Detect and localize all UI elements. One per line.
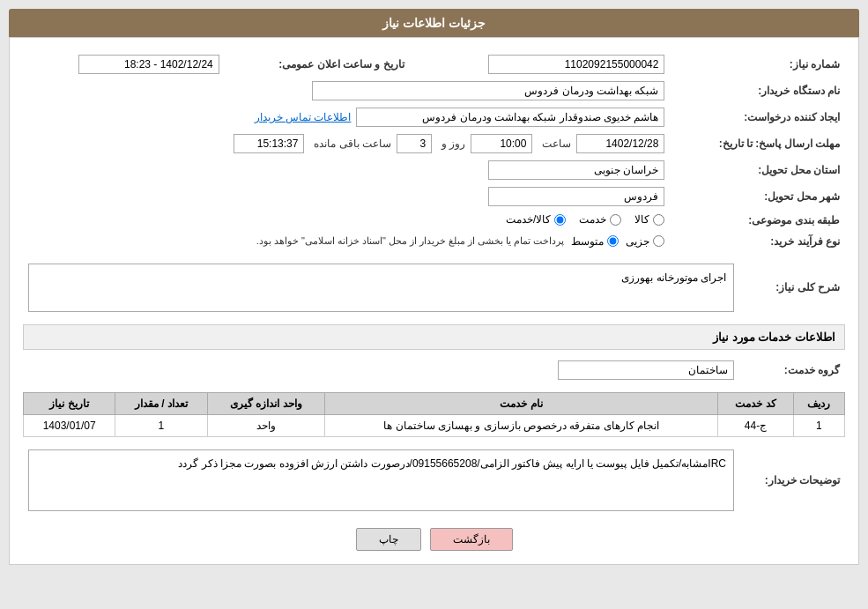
radio-jozi-item: جزیی [626, 235, 664, 248]
deadline-time: 10:00 [471, 134, 532, 153]
col-header-row: ردیف [793, 392, 844, 414]
row-unit: واحد [207, 414, 325, 436]
row-code: ج-44 [718, 414, 794, 436]
need-number-label: شماره نیاز: [670, 51, 845, 78]
main-content: شماره نیاز: 1102092155000042 تاریخ و ساع… [9, 37, 859, 565]
deadline-remaining: 15:13:37 [234, 134, 304, 153]
page-container: جزئیات اطلاعات نیاز شماره نیاز: 11020921… [0, 0, 868, 574]
province-input: خراسان جنوبی [488, 160, 664, 180]
buyer-desc-box: IRCمشابه/تکمیل فایل پیوست یا ارایه پیش ف… [28, 449, 734, 511]
need-desc-cell: اجرای موتورخانه بهورزی [23, 260, 739, 316]
print-button[interactable]: چاپ [356, 528, 421, 551]
service-group-cell: ساختمان [23, 357, 739, 383]
purchase-note: پرداخت تمام یا بخشی از مبلغ خریدار از مح… [256, 235, 565, 247]
row-qty: 1 [115, 414, 207, 436]
button-row: بازگشت چاپ [23, 528, 845, 551]
services-section-header: اطلاعات خدمات مورد نیاز [23, 324, 845, 350]
info-section: شماره نیاز: 1102092155000042 تاریخ و ساع… [23, 51, 845, 251]
radio-khedmat-item: خدمت [579, 213, 621, 226]
need-desc-value: اجرای موتورخانه بهورزی [621, 271, 726, 284]
requester-label: ایجاد کننده درخواست: [670, 104, 845, 130]
services-table: ردیف کد خدمت نام خدمت واحد اندازه گیری ت… [23, 392, 845, 437]
col-header-qty: تعداد / مقدار [115, 392, 207, 414]
radio-kala-item: کالا [634, 213, 664, 226]
radio-kala-khedmat-label: کالا/خدمت [506, 213, 551, 226]
col-header-unit: واحد اندازه گیری [207, 392, 325, 414]
need-number-input: 1102092155000042 [488, 55, 664, 74]
service-group-label: گروه خدمت: [739, 357, 845, 383]
table-row: 1 ج-44 انجام کارهای متفرقه درخصوص بازساز… [24, 414, 845, 436]
col-header-code: کد خدمت [718, 392, 794, 414]
row-num: 1 [793, 414, 844, 436]
category-radios: کالا خدمت کالا/خدمت [23, 210, 670, 232]
need-number-value: 1102092155000042 [422, 51, 671, 78]
radio-kala[interactable] [653, 214, 664, 226]
datetime-value: 1402/12/24 - 18:23 [23, 51, 225, 78]
radio-jozi[interactable] [653, 235, 664, 247]
page-header: جزئیات اطلاعات نیاز [9, 9, 859, 37]
city-input: فردوس [488, 187, 664, 206]
radio-jozi-label: جزیی [626, 235, 649, 248]
datetime-label: تاریخ و ساعت اعلان عمومی: [225, 51, 422, 78]
col-header-name: نام خدمت [325, 392, 718, 414]
deadline-days: 3 [397, 134, 432, 153]
radio-khedmat-label: خدمت [579, 213, 606, 226]
need-desc-section: شرح کلی نیاز: اجرای موتورخانه بهورزی [23, 260, 845, 316]
radio-motavasset-item: متوسط [571, 235, 619, 248]
back-button[interactable]: بازگشت [430, 528, 513, 551]
contact-link[interactable]: اطلاعات تماس خریدار [255, 111, 352, 123]
deadline-time-label: ساعت [542, 137, 571, 150]
radio-kala-label: کالا [634, 213, 649, 226]
row-date: 1403/01/07 [24, 414, 115, 436]
service-group-input: ساختمان [558, 360, 734, 380]
datetime-input: 1402/12/24 - 18:23 [78, 55, 219, 74]
deadline-day-label: روز و [441, 137, 465, 150]
need-desc-box: اجرای موتورخانه بهورزی [28, 264, 734, 312]
buyer-desc-cell: IRCمشابه/تکمیل فایل پیوست یا ارایه پیش ف… [23, 446, 739, 515]
service-group-section: گروه خدمت: ساختمان [23, 357, 845, 383]
radio-khedmat[interactable] [610, 214, 621, 226]
col-header-date: تاریخ نیاز [24, 392, 115, 414]
city-value: فردوس [23, 183, 670, 210]
buyer-org-value: شبکه بهداشت ودرمان فردوس [23, 78, 670, 104]
radio-motavasset-label: متوسط [571, 235, 604, 248]
buyer-org-input: شبکه بهداشت ودرمان فردوس [312, 81, 664, 100]
purchase-type-label: نوع فرآیند خرید: [670, 232, 845, 251]
requester-row: هاشم خدیوی صندوقدار شبکه بهداشت ودرمان ف… [23, 104, 670, 130]
need-desc-label: شرح کلی نیاز: [739, 260, 845, 316]
category-label: طبقه بندی موضوعی: [670, 210, 845, 232]
radio-kala-khedmat[interactable] [554, 214, 566, 226]
page-title: جزئیات اطلاعات نیاز [382, 16, 486, 30]
radio-kala-khedmat-item: کالا/خدمت [506, 213, 566, 226]
buyer-desc-section: توضیحات خریدار: IRCمشابه/تکمیل فایل پیوس… [23, 446, 845, 515]
radio-motavasset[interactable] [607, 235, 619, 247]
deadline-row: 1402/12/28 ساعت 10:00 روز و 3 ساعت باقی … [23, 130, 670, 157]
deadline-remaining-label: ساعت باقی مانده [314, 137, 391, 150]
row-name: انجام کارهای متفرقه درخصوص بازسازی و بهس… [325, 414, 718, 436]
buyer-desc-label: توضیحات خریدار: [739, 446, 845, 515]
province-label: استان محل تحویل: [670, 157, 845, 183]
deadline-date: 1402/12/28 [576, 134, 664, 153]
buyer-desc-value: IRCمشابه/تکمیل فایل پیوست یا ارایه پیش ف… [178, 457, 726, 470]
buyer-org-label: نام دستگاه خریدار: [670, 78, 845, 104]
requester-value: هاشم خدیوی صندوقدار شبکه بهداشت ودرمان ف… [356, 108, 664, 127]
deadline-label: مهلت ارسال پاسخ: تا تاریخ: [670, 130, 845, 157]
city-label: شهر محل تحویل: [670, 183, 845, 210]
purchase-type-row: جزیی متوسط پرداخت تمام یا بخشی از مبلغ خ… [23, 232, 670, 251]
province-value: خراسان جنوبی [23, 157, 670, 183]
